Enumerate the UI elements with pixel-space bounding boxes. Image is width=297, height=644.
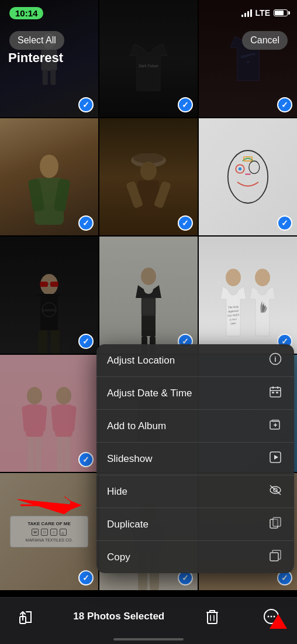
play-icon <box>267 451 284 467</box>
check-circle <box>277 215 292 231</box>
svg-marker-98 <box>270 614 287 629</box>
duplicate-icon <box>267 516 284 532</box>
menu-item-label: Add to Album <box>107 420 166 432</box>
menu-item-label: Adjust Date & Time <box>107 388 192 399</box>
menu-item-label: Copy <box>107 551 130 563</box>
calendar-icon <box>267 385 284 401</box>
menu-item-label: Slideshow <box>107 453 153 465</box>
menu-item-adjust-location[interactable]: Adjust Location i <box>96 344 294 377</box>
svg-rect-74 <box>276 392 278 393</box>
menu-item-label: Duplicate <box>107 519 148 530</box>
menu-item-hide[interactable]: Hide <box>96 475 294 508</box>
check-circle <box>78 97 94 112</box>
photo-cell[interactable]: TAKE CARE OF ME W □ ○ △ MARIANA TEXTILES… <box>0 473 98 590</box>
check-circle <box>178 215 193 231</box>
home-indicator <box>113 638 184 640</box>
svg-marker-89 <box>70 501 82 510</box>
menu-item-label: Hide <box>107 486 127 498</box>
menu-item-duplicate[interactable]: Duplicate <box>96 508 294 541</box>
check-circle <box>78 452 94 467</box>
check-circle <box>78 334 94 349</box>
share-button[interactable] <box>14 605 37 628</box>
check-circle <box>178 97 193 112</box>
menu-item-add-to-album[interactable]: Add to Album <box>96 410 294 443</box>
svg-text:i: i <box>274 355 276 364</box>
menu-item-adjust-date-time[interactable]: Adjust Date & Time <box>96 377 294 410</box>
svg-rect-91 <box>208 612 217 624</box>
svg-rect-86 <box>270 553 278 561</box>
scroll-up-button[interactable] <box>265 610 291 636</box>
menu-item-label: Adjust Location <box>107 355 175 366</box>
status-bar: 10:14 LTE <box>0 0 297 26</box>
photos-selected-label: 18 Photos Selected <box>73 611 164 622</box>
photo-cell[interactable]: The Only Approval YOU NEED is Your Own <box>199 237 297 354</box>
photo-cell[interactable] <box>99 237 198 354</box>
context-menu: Adjust Location i Adjust Date & Time Add… <box>96 344 294 573</box>
select-all-button[interactable]: Select All <box>9 31 64 50</box>
check-circle <box>78 215 94 231</box>
eye-slash-icon <box>267 484 284 499</box>
album-icon <box>267 418 284 434</box>
menu-item-slideshow[interactable]: Slideshow <box>96 443 294 475</box>
svg-rect-69 <box>270 388 281 397</box>
status-time: 10:14 <box>9 7 43 19</box>
check-circle <box>78 570 94 585</box>
photo-cell[interactable] <box>0 118 98 235</box>
info-circle-icon: i <box>267 352 284 368</box>
svg-rect-73 <box>272 392 274 393</box>
album-title: Pinterest <box>8 50 63 66</box>
bottom-toolbar: 18 Photos Selected <box>0 597 297 644</box>
photo-cell[interactable] <box>0 355 98 472</box>
photo-cell[interactable] <box>99 118 198 235</box>
status-right: LTE <box>241 8 288 18</box>
photo-cell[interactable] <box>199 118 297 235</box>
menu-item-copy[interactable]: Copy <box>96 541 294 573</box>
svg-marker-80 <box>274 455 278 460</box>
cancel-button[interactable]: Cancel <box>242 31 288 50</box>
red-arrow-annotation <box>18 494 94 517</box>
lte-label: LTE <box>255 8 270 18</box>
check-circle <box>277 97 292 112</box>
svg-rect-85 <box>273 518 281 526</box>
delete-button[interactable] <box>201 605 224 628</box>
battery-icon <box>274 9 288 16</box>
copy-icon <box>267 549 284 565</box>
signal-bars-icon <box>241 9 252 17</box>
photo-cell[interactable]: GRAPHIC <box>0 237 98 354</box>
